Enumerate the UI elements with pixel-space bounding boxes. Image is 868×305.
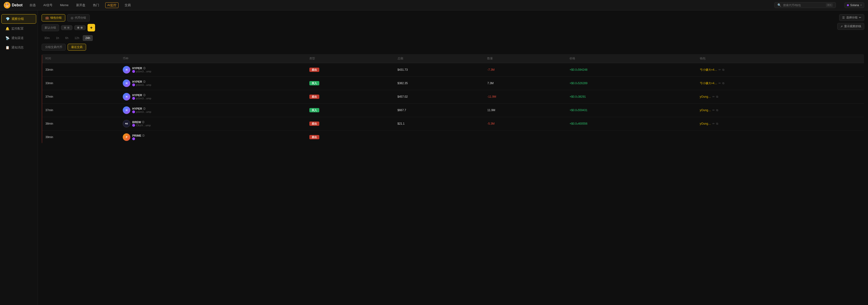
amount-value: $382.35 (398, 82, 408, 85)
group-tag-1[interactable] (61, 25, 72, 30)
sidebar-label-notify-msg: 通知消息 (11, 45, 24, 50)
wallet-info: yOung… ✏ ⧉ (700, 95, 861, 98)
cell-token: H HYPER ⓘ jcGm3…ump (119, 63, 306, 77)
top-navigation: 🐕 Debot 自选 AI信号 Meme 新开盘 热门 AI监控 交易 🔍 ⌘K… (0, 0, 868, 10)
th-qty: 数量 (484, 54, 566, 63)
sub-tab-group-tx[interactable]: 分组交易代币 (42, 44, 66, 51)
sidebar-item-watch-group[interactable]: 💎 观察分组 (1, 14, 36, 24)
copy-wallet-icon[interactable]: ⧉ (722, 68, 724, 71)
plus-icon: + (90, 25, 93, 30)
cell-type: 卖出 (306, 130, 394, 144)
price-value: +$0.0₅559431 (569, 109, 587, 112)
copy-wallet-icon[interactable]: ⧉ (716, 95, 718, 98)
cell-time: 37min (42, 90, 119, 103)
token-addr: CfczV…ump (132, 124, 151, 127)
cell-price (566, 130, 696, 144)
time-6h[interactable]: 6h (63, 35, 71, 41)
cell-price: +$0.0₅559431 (566, 103, 696, 117)
cell-time: 37min (42, 103, 119, 117)
token-name: BREW ⓘ (132, 121, 151, 124)
chevron-down-icon: ▾ (861, 4, 862, 6)
logo[interactable]: 🐕 Debot (4, 2, 23, 8)
cell-wallet: yOung… ✏ ⧉ (696, 90, 864, 103)
token-info: HYPER ⓘ jcGm3…ump (132, 94, 151, 100)
search-input[interactable] (783, 4, 824, 7)
nav-new-listing[interactable]: 新开盘 (75, 2, 87, 8)
edit-wallet-icon[interactable]: ✏ (718, 82, 721, 85)
sub-tab-group-tx-label: 分组交易代币 (45, 45, 62, 49)
sidebar-item-monitor-config[interactable]: 🔔 监控配置 (1, 24, 36, 33)
token-name: PRIME ⓘ (132, 134, 145, 138)
edit-wallet-icon[interactable]: ✏ (712, 109, 715, 112)
edit-wallet-icon[interactable]: ✏ (712, 122, 715, 125)
verify-icon: ⓘ (142, 134, 145, 138)
nav-ai-signal[interactable]: AI信号 (42, 2, 54, 8)
default-group-label: 默认分组 (45, 26, 56, 29)
time-30m[interactable]: 30m (42, 35, 52, 41)
cell-type: 卖出 (306, 117, 394, 130)
add-group-button[interactable]: + (88, 24, 95, 31)
amount-value: $667.7 (398, 109, 406, 112)
time-12h[interactable]: 12h (72, 35, 82, 41)
table-row: 37min H HYPER ⓘ jcGm3…ump 卖出 $ (42, 90, 864, 103)
th-time: 时间 (42, 54, 119, 63)
token-logo: RE (123, 120, 130, 127)
tag-dot-2 (67, 27, 69, 29)
chain-icon (132, 111, 135, 113)
wallet-group-label: 钱包分组 (51, 16, 62, 20)
select-group-button[interactable]: ☰ 选择分组 ✏ (839, 14, 864, 21)
table-row: 37min H HYPER ⓘ jcGm3…ump 买入 $ (42, 103, 864, 117)
time-24h[interactable]: 24h (83, 35, 93, 41)
type-badge: 卖出 (309, 122, 319, 126)
token-logo: H (123, 80, 130, 87)
nav-meme[interactable]: Meme (59, 2, 70, 8)
amount-value: $457.02 (398, 95, 408, 98)
chain-icon (132, 97, 135, 100)
cell-qty: -11.9M (484, 90, 566, 103)
table-header-row: 时间 币种 类型 总额 数量 价格 钱包 (42, 54, 864, 63)
time-1h[interactable]: 1h (53, 35, 61, 41)
sidebar-item-notify-channel[interactable]: 📡 通知渠道 (1, 34, 36, 42)
cell-token: P PRIME ⓘ (119, 130, 306, 144)
search-shortcut: ⌘K (826, 3, 833, 7)
chain-icon (132, 138, 135, 140)
cell-wallet (696, 130, 864, 144)
show-watch-button[interactable]: ↗ 显示观察的钱 (837, 23, 864, 30)
cell-type: 卖出 (306, 63, 394, 77)
th-wallet: 钱包 (696, 54, 864, 63)
cell-time: 39min (42, 130, 119, 144)
copy-wallet-icon[interactable]: ⧉ (716, 122, 718, 125)
verify-icon: ⓘ (143, 107, 146, 111)
sub-tabs-row: 分组交易代币 最近交易 (42, 44, 864, 51)
edit-wallet-icon[interactable]: ✏ (718, 68, 721, 71)
cell-token: H HYPER ⓘ jcGm3…ump (119, 103, 306, 117)
group-tag-2[interactable] (74, 25, 86, 30)
th-amount: 总额 (394, 54, 484, 63)
verify-icon: ⓘ (143, 94, 146, 97)
sub-tab-recent-tx-label: 最近交易 (71, 45, 83, 49)
search-bar[interactable]: 🔍 ⌘K (774, 2, 836, 8)
type-badge: 卖出 (309, 135, 319, 139)
copy-wallet-icon[interactable]: ⧉ (716, 109, 718, 112)
cell-price: +$0.0₅38291 (566, 90, 696, 103)
nav-ai-monitor[interactable]: AI监控 (105, 2, 119, 8)
token-group-tab[interactable]: ◎ 代币分组 (67, 14, 90, 22)
copy-wallet-icon[interactable]: ⧉ (722, 82, 724, 85)
tag-dot-3 (78, 27, 79, 29)
network-selector[interactable]: Solana ▾ (844, 2, 864, 8)
right-panel: ☰ 选择分组 ✏ ↗ 显示观察的钱 (837, 14, 864, 30)
sidebar-item-notify-msg[interactable]: 📋 通知消息 (1, 43, 36, 52)
wallet-name: 亏小赚大=4… (700, 81, 717, 85)
wallet-icon: 💼 (45, 16, 49, 20)
token-addr: jcGm3…ump (132, 84, 151, 86)
table-row: 38min RE BREW ⓘ CfczV…ump 卖出 $ (42, 117, 864, 130)
th-token: 币种 (119, 54, 306, 63)
default-group[interactable]: 默认分组 (42, 24, 59, 31)
edit-wallet-icon[interactable]: ✏ (712, 95, 715, 98)
sub-tab-recent-tx[interactable]: 最近交易 (68, 44, 86, 51)
nav-trade[interactable]: 交易 (123, 2, 132, 8)
nav-hot[interactable]: 热门 (92, 2, 100, 8)
wallet-group-tab[interactable]: 💼 钱包分组 (42, 14, 65, 22)
nav-zixuan[interactable]: 自选 (28, 2, 37, 8)
verify-icon: ⓘ (142, 121, 144, 124)
